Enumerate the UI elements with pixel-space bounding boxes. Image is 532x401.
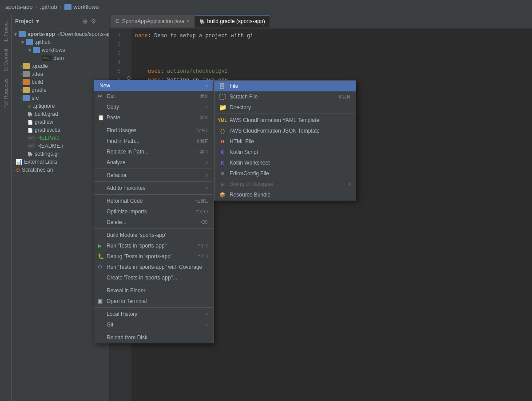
tab-gradle-label: build.gradle (sports-app) [207,18,265,24]
menu-delete[interactable]: Delete... ⌫ [94,217,213,228]
tree-workflows[interactable]: ▼ workflows [12,46,109,54]
tab-java-close[interactable]: × [187,19,190,24]
panel-title-text: Project [15,18,33,24]
settings-icon[interactable]: ⚙ [91,18,96,25]
swing-icon: ⊞ [219,181,226,188]
reformat-shortcut: ⌥⌘L [195,198,208,204]
bundle-icon: 📦 [219,191,226,198]
run-icon: ▶ [98,243,102,249]
submenu-resource-bundle[interactable]: 📦 Resource Bundle [214,189,356,200]
menu-run-coverage[interactable]: ⚙ Run 'Tests in 'sports-app'' with Cover… [94,262,213,272]
menu-reveal-finder[interactable]: Reveal in Finder [94,285,213,296]
submenu-html-label: HTML File [230,138,254,145]
terminal-icon: ▣ [98,298,103,304]
dem-yml-label: dem [54,55,64,61]
run-coverage-label: Run 'Tests in 'sports-app'' with Coverag… [107,264,202,270]
menu-cut[interactable]: ✂ Cut ⌘X [94,91,213,102]
paste-icon: 📋 [98,114,104,121]
tab-java[interactable]: C SportsAppApplication.java × [111,15,194,28]
add-favorites-label: Add to Favorites [107,185,145,191]
gradlew-label: gradlew [35,119,53,125]
submenu-file-label: File [230,83,238,89]
submenu-kotlin-script-label: Kotlin Script [230,149,258,155]
menu-find-in-path[interactable]: Find in Path... ⇧⌘F [94,136,213,146]
tab-java-label: SportsAppApplication.java [122,18,184,24]
editor-tabs: C SportsAppApplication.java × 🐘 build.gr… [109,14,532,28]
menu-run-tests[interactable]: ▶ Run 'Tests in 'sports-app'' ^⇧R [94,240,213,251]
submenu-editor-config[interactable]: ⚙ EditorConfig File [214,168,356,179]
submenu-kotlin-script[interactable]: K Kotlin Script [214,147,356,157]
menu-find-usages[interactable]: Find Usages ⌥F7 [94,125,213,136]
submenu-directory[interactable]: 📁 Directory [214,102,356,113]
src-icon [23,95,30,101]
submenu-scratch[interactable]: Scratch File ⇧⌘N [214,91,356,102]
gradlew-bat-icon: 📄 [28,128,33,133]
submenu-file[interactable]: File [214,81,356,91]
tree-github[interactable]: ▼ .github [12,38,109,46]
menu-reload-from-disk[interactable]: Reload from Disk [94,332,213,343]
submenu-aws-json-label: AWS CloudFormation JSON Template [230,128,320,134]
breadcrumb-sep-2: › [60,4,62,10]
line-num-5: 5 [109,67,123,76]
readme-label: README.r [37,143,64,149]
submenu-kotlin-worksheet[interactable]: K Kotlin Worksheet [214,157,356,168]
cut-icon: ✂ [98,93,102,99]
title-bar: sports-app › .github › workflows [0,0,532,14]
menu-create-tests[interactable]: Create 'Tests in 'sports-app''... [94,272,213,283]
menu-reformat[interactable]: Reformat Code ⌥⌘L [94,196,213,206]
build-icon [23,79,30,85]
panel-dropdown-icon[interactable]: ▼ [35,18,40,24]
menu-paste[interactable]: 📋 Paste ⌘V [94,112,213,123]
menu-open-terminal[interactable]: ▣ Open in Terminal [94,296,213,307]
github-label: .github [35,39,51,45]
menu-optimize-imports[interactable]: Optimize Imports ^⌥O [94,206,213,217]
root-name: sports-app ~/Downloads/sports-app [28,31,109,37]
analyze-label: Analyze [107,159,126,165]
main-layout: 1: Project 0: Commit Pull Requests Proje… [0,14,532,401]
submenu-aws-json[interactable]: { } AWS CloudFormation JSON Template [214,126,356,136]
menu-refactor[interactable]: Refactor › [94,170,213,181]
scratch-shortcut: ⇧⌘N [338,94,350,100]
local-history-label: Local History [107,311,137,317]
menu-debug-tests[interactable]: 🐛 Debug 'Tests in 'sports-app'' ^⇧D [94,251,213,262]
menu-add-favorites[interactable]: Add to Favorites › [94,183,213,193]
submenu-html[interactable]: H HTML File [214,136,356,147]
tree-root[interactable]: ▼ sports-app ~/Downloads/sports-app [12,30,109,38]
tree-gradle-dir[interactable]: › .gradle [12,62,109,70]
github-folder-icon [26,39,33,45]
code-line-5: uses: actions/checkout@v2 [135,67,528,76]
pull-requests-tab[interactable]: Pull Requests [1,75,10,112]
commit-tab[interactable]: 0: Commit [1,45,10,75]
cut-shortcut: ⌘X [200,94,208,99]
project-tab[interactable]: 1: Project [1,18,10,45]
left-side-tabs: 1: Project 0: Commit Pull Requests [0,14,12,401]
menu-copy[interactable]: Copy › [94,102,213,112]
find-usages-label: Find Usages [107,127,136,134]
git-arrow: › [206,322,208,328]
menu-local-history[interactable]: Local History › [94,309,213,319]
menu-analyze[interactable]: Analyze › [94,157,213,168]
java-icon: C [115,18,119,24]
submenu-scratch-label: Scratch File [230,94,258,100]
submenu-directory-label: Directory [230,104,251,110]
tree-arrow: ▼ [13,32,18,37]
local-history-arrow: › [206,311,208,317]
workflows-folder-icon [33,47,40,53]
tree-dem-yml[interactable]: YML dem [12,54,109,62]
analyze-arrow: › [206,159,208,165]
directory-icon: 📁 [219,104,226,111]
menu-paste-label: Paste [107,114,120,121]
gitignore-label: .gitignore [33,103,55,109]
paste-shortcut: ⌘V [200,115,208,121]
submenu-aws-yaml[interactable]: YML AWS CloudFormation YAML Template [214,115,356,126]
menu-build-module[interactable]: Build Module 'sports-app' [94,230,213,240]
menu-git[interactable]: Git › [94,319,213,330]
menu-new[interactable]: New › [94,80,213,91]
tree-idea[interactable]: › .idea [12,70,109,78]
minimize-icon[interactable]: — [99,18,105,25]
tab-gradle[interactable]: 🐘 build.gradle (sports-app) [195,15,270,28]
menu-new-arrow: › [206,83,208,89]
sync-icon[interactable]: ⊕ [83,18,88,25]
menu-replace-in-path[interactable]: Replace in Path... ⇧⌘R [94,146,213,157]
breadcrumb-github: .github [40,4,57,10]
